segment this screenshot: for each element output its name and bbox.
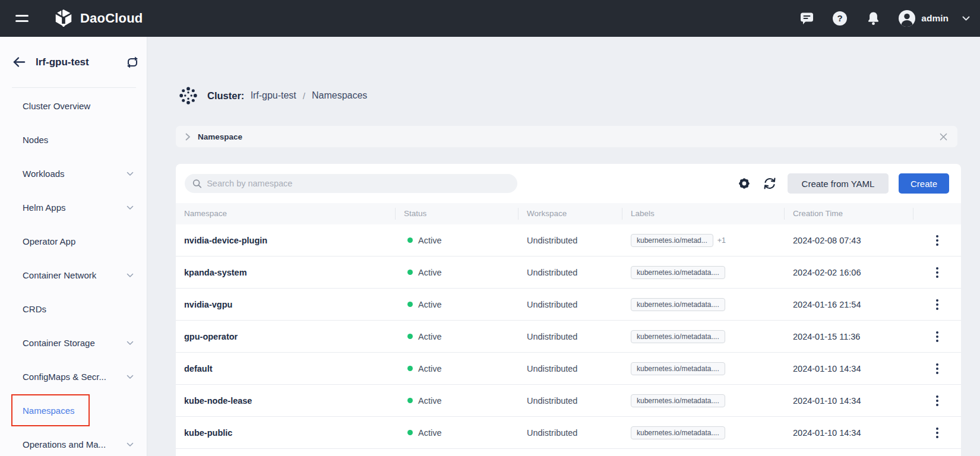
creation-time-cell: 2024-02-08 07:43 xyxy=(785,236,913,245)
column-header-creation-time: Creation Time xyxy=(785,208,913,220)
svg-text:?: ? xyxy=(837,13,843,23)
help-icon[interactable]: ? xyxy=(832,10,848,27)
username: admin xyxy=(921,13,949,24)
column-header-labels: Labels xyxy=(622,208,785,220)
sidebar-item-container-storage[interactable]: Container Storage xyxy=(0,326,147,360)
kebab-menu-icon[interactable] xyxy=(931,329,943,344)
status-cell: Active xyxy=(396,364,519,373)
namespace-cell[interactable]: kpanda-system xyxy=(176,268,396,277)
chevron-right-icon xyxy=(185,133,191,141)
search-box[interactable] xyxy=(185,174,517,193)
sidebar-item-cluster-overview[interactable]: Cluster Overview xyxy=(0,89,147,123)
actions-cell xyxy=(913,393,961,408)
avatar-icon xyxy=(898,10,916,27)
namespace-cell[interactable]: gpu-operator xyxy=(176,332,396,341)
close-icon[interactable] xyxy=(939,132,948,141)
table-row[interactable]: default Active Undistributed kubernetes.… xyxy=(176,353,961,385)
sidebar: lrf-gpu-test Cluster Overview Nodes Work… xyxy=(0,37,147,456)
status-text: Active xyxy=(418,300,442,309)
topbar-actions: ? admin xyxy=(798,10,980,27)
search-icon xyxy=(192,178,202,189)
actions-cell xyxy=(913,297,961,312)
label-pill: kubernetes.io/metadata.... xyxy=(631,426,725,439)
label-pill: kubernetes.io/metadata.... xyxy=(631,362,725,375)
switch-cluster-icon[interactable] xyxy=(125,55,140,69)
table-row[interactable]: kpanda-system Active Undistributed kuber… xyxy=(176,256,961,289)
status-dot xyxy=(407,398,413,403)
table-row[interactable]: kube-public Active Undistributed kuberne… xyxy=(176,417,961,449)
chevron-down-icon xyxy=(127,442,134,447)
breadcrumb-separator: / xyxy=(303,91,305,101)
creation-time-cell: 2024-01-10 14:34 xyxy=(785,396,913,406)
creation-time-cell: 2024-01-10 14:34 xyxy=(785,428,913,438)
chevron-down-icon xyxy=(127,341,134,346)
daocloud-logo[interactable]: DaoCloud xyxy=(53,8,143,28)
kebab-menu-icon[interactable] xyxy=(931,393,943,408)
kebab-menu-icon[interactable] xyxy=(931,425,943,441)
sidebar-item-nodes[interactable]: Nodes xyxy=(0,123,147,157)
table-row[interactable]: nvidia-device-plugin Active Undistribute… xyxy=(176,224,961,256)
breadcrumb-cluster-label: Cluster: xyxy=(207,90,244,102)
refresh-icon[interactable] xyxy=(762,176,777,191)
status-cell: Active xyxy=(396,396,519,406)
labels-cell: kubernetes.io/metadata.... xyxy=(622,330,785,343)
table-row[interactable]: kube-system Active Undistributed kuberne… xyxy=(176,449,961,456)
actions-cell xyxy=(913,361,961,376)
back-arrow-icon[interactable] xyxy=(12,56,26,68)
labels-cell: kubernetes.io/metadata.... xyxy=(622,266,785,279)
status-cell: Active xyxy=(396,428,519,438)
user-menu[interactable]: admin xyxy=(898,10,970,27)
kebab-menu-icon[interactable] xyxy=(931,265,943,280)
sidebar-cluster-title: lrf-gpu-test xyxy=(36,56,125,68)
sidebar-header: lrf-gpu-test xyxy=(0,37,147,87)
creation-time-cell: 2024-01-10 14:34 xyxy=(785,364,913,373)
namespaces-table: nvidia-device-plugin Active Undistribute… xyxy=(176,224,961,456)
breadcrumb-current-page: Namespaces xyxy=(312,90,367,101)
sidebar-item-namespaces[interactable]: Namespaces xyxy=(0,394,147,428)
status-cell: Active xyxy=(396,268,519,277)
actions-cell xyxy=(913,265,961,280)
status-text: Active xyxy=(418,236,442,245)
table-row[interactable]: gpu-operator Active Undistributed kubern… xyxy=(176,321,961,353)
chevron-down-icon xyxy=(127,172,134,176)
create-button[interactable]: Create xyxy=(899,173,949,194)
namespace-collapse-bar[interactable]: Namespace xyxy=(176,126,957,147)
table-toolbar: Create from YAML Create xyxy=(176,164,961,203)
sidebar-item-crds[interactable]: CRDs xyxy=(0,292,147,326)
hamburger-menu-icon[interactable] xyxy=(15,14,29,23)
table-header-row: NamespaceStatusWorkspaceLabelsCreation T… xyxy=(176,203,961,224)
workspace-cell: Undistributed xyxy=(519,396,622,406)
kebab-menu-icon[interactable] xyxy=(931,233,943,248)
status-text: Active xyxy=(418,396,442,406)
search-input[interactable] xyxy=(207,179,510,188)
messages-icon[interactable] xyxy=(798,10,815,27)
sidebar-item-container-network[interactable]: Container Network xyxy=(0,258,147,292)
namespace-cell[interactable]: kube-node-lease xyxy=(176,396,396,406)
breadcrumb-cluster-name[interactable]: lrf-gpu-test xyxy=(251,90,296,101)
label-overflow-count: +1 xyxy=(717,236,726,245)
kebab-menu-icon[interactable] xyxy=(931,361,943,376)
toolbar-actions: Create from YAML Create xyxy=(736,173,949,194)
namespace-cell[interactable]: nvidia-vgpu xyxy=(176,300,396,309)
sidebar-item-operator-app[interactable]: Operator App xyxy=(0,224,147,258)
sidebar-item-operations-and-ma[interactable]: Operations and Ma... xyxy=(0,428,147,456)
notifications-bell-icon[interactable] xyxy=(865,10,881,27)
namespace-cell[interactable]: default xyxy=(176,364,396,373)
actions-cell xyxy=(913,329,961,344)
namespace-bar-title: Namespace xyxy=(198,132,242,141)
namespace-cell[interactable]: nvidia-device-plugin xyxy=(176,236,396,245)
topbar: DaoCloud ? xyxy=(0,0,980,37)
sidebar-item-workloads[interactable]: Workloads xyxy=(0,157,147,191)
create-from-yaml-button[interactable]: Create from YAML xyxy=(788,173,889,194)
settings-gear-icon[interactable] xyxy=(736,176,752,191)
sidebar-item-configmaps-secr[interactable]: ConfigMaps & Secr... xyxy=(0,360,147,394)
namespace-cell[interactable]: kube-public xyxy=(176,428,396,438)
breadcrumb: Cluster: lrf-gpu-test / Namespaces xyxy=(178,83,367,108)
sidebar-item-helm-apps[interactable]: Helm Apps xyxy=(0,191,147,224)
table-row[interactable]: nvidia-vgpu Active Undistributed kuberne… xyxy=(176,289,961,321)
status-text: Active xyxy=(418,332,442,341)
table-row[interactable]: kube-node-lease Active Undistributed kub… xyxy=(176,385,961,417)
labels-cell: kubernetes.io/metad... +1 xyxy=(622,234,785,247)
kebab-menu-icon[interactable] xyxy=(931,297,943,312)
actions-cell xyxy=(913,425,961,441)
